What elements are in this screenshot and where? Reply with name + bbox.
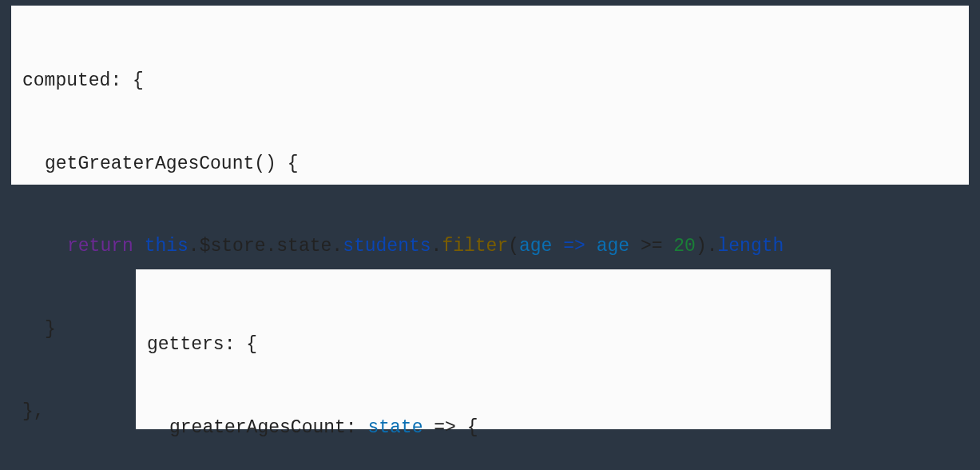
token: state (276, 236, 331, 257)
param-age: age (597, 236, 629, 257)
code-block-computed: computed: { getGreaterAgesCount() { retu… (11, 6, 969, 185)
token: } (45, 319, 56, 340)
code-line: computed: { (22, 67, 958, 95)
param-state: state (367, 417, 423, 438)
keyword-return: return (67, 236, 133, 257)
method-filter: filter (442, 236, 508, 257)
code-block-getters: getters: { greaterAgesCount: state => { … (136, 269, 831, 429)
token: ). (696, 236, 718, 257)
token: getGreaterAgesCount (45, 153, 254, 174)
token: students (343, 236, 430, 257)
code-line: getters: { (147, 331, 819, 359)
token: . (266, 236, 277, 257)
number-literal: 20 (673, 236, 696, 257)
token: => { (423, 417, 478, 438)
token: : { (224, 334, 257, 355)
code-line: greaterAgesCount: state => { (147, 414, 819, 442)
token: $store (200, 236, 266, 257)
token (133, 236, 145, 257)
token: ( (508, 236, 519, 257)
token: . (331, 236, 343, 257)
keyword-this: this (145, 236, 188, 257)
arrow-token: => (552, 236, 596, 257)
token: : { (110, 70, 143, 91)
token: . (431, 236, 442, 257)
token: >= (629, 236, 673, 257)
code-line: return this.$store.state.students.filter… (22, 233, 958, 261)
token: }, (22, 401, 45, 422)
token: () { (254, 153, 298, 174)
token: : (346, 417, 368, 438)
code-line: getGreaterAgesCount() { (22, 150, 958, 178)
token: computed (22, 70, 110, 91)
token: length (718, 236, 784, 257)
token: getters (147, 334, 224, 355)
token: . (188, 236, 200, 257)
token: greaterAgesCount (169, 417, 346, 438)
param-age: age (519, 236, 552, 257)
